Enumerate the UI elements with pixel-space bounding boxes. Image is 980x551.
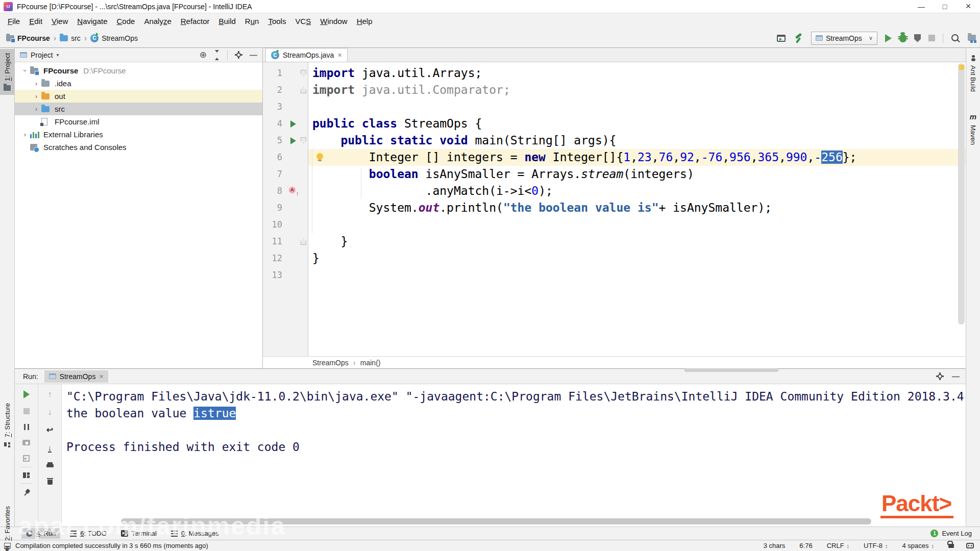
layout-settings-icon[interactable] [23, 472, 30, 478]
tree-chevron-icon[interactable]: › [21, 66, 29, 76]
toolwindow-stripe-structure[interactable]: 7: Structure [0, 399, 14, 452]
console-line[interactable]: Process finished with exit code 0 [66, 439, 966, 456]
code-line[interactable]: 10 [263, 216, 966, 233]
fold-marker-icon[interactable] [301, 70, 306, 77]
code-text[interactable]: Integer [] integers = new Integer[]{1,23… [308, 149, 966, 166]
locate-file-icon[interactable]: ⊕ [200, 51, 207, 59]
maximize-button[interactable]: □ [933, 0, 957, 13]
rerun-button[interactable] [23, 390, 30, 398]
code-text[interactable]: import java.util.Comparator; [308, 82, 966, 98]
collapse-all-icon[interactable] [214, 52, 220, 59]
run-anything-icon[interactable] [777, 35, 786, 42]
minimize-button[interactable]: — [910, 0, 933, 13]
menu-item-build[interactable]: Build [214, 15, 240, 28]
toolwindow-stripe-project[interactable]: 1: Project [0, 49, 14, 95]
fold-marker-icon[interactable] [301, 87, 306, 93]
tree-chevron-icon[interactable]: › [31, 92, 41, 100]
editor-horizontal-scrollbar[interactable] [684, 368, 778, 372]
code-text[interactable]: } [308, 250, 966, 267]
menu-item-help[interactable]: Help [352, 15, 377, 28]
code-text[interactable]: public static void main(String[] args){ [308, 132, 966, 149]
editor-vertical-scrollbar[interactable] [958, 63, 965, 324]
run-tab-streamops[interactable]: StreamOps × [44, 370, 108, 383]
breadcrumb-item-fpcourse[interactable]: FPcourse [6, 34, 50, 42]
toolwindow-stripe-maven[interactable]: m Maven [966, 108, 980, 149]
chevron-down-icon[interactable]: ▾ [57, 52, 59, 58]
event-log-widget[interactable]: 1 Event Log [930, 530, 972, 537]
menu-item-file[interactable]: File [3, 15, 24, 28]
menu-item-vcs[interactable]: VCS [290, 15, 315, 28]
gear-icon[interactable] [936, 372, 944, 380]
console-line[interactable]: "C:\Program Files\Java\jdk-11.0.2\bin\ja… [66, 388, 966, 405]
restore-layout-icon[interactable] [23, 455, 30, 462]
clear-all-icon[interactable] [47, 478, 53, 485]
tree-item-src[interactable]: ›src [15, 103, 262, 115]
build-project-icon[interactable] [793, 33, 803, 43]
breadcrumb-item-streamops[interactable]: CStreamOps [90, 34, 138, 42]
indent-selector[interactable]: 4 spaces ↕ [902, 542, 934, 549]
tree-item-external-libraries[interactable]: ›External Libraries [15, 128, 262, 141]
code-line[interactable]: 1import java.util.Arrays; [263, 65, 966, 82]
code-text[interactable]: import java.util.Arrays; [308, 65, 966, 82]
run-console[interactable]: "C:\Program Files\Java\jdk-11.0.2\bin\ja… [62, 384, 966, 527]
code-editor[interactable]: 1import java.util.Arrays;2import java.ut… [263, 62, 966, 356]
code-text[interactable]: boolean isAnySmaller = Arrays.stream(int… [308, 166, 966, 183]
unlock-icon[interactable] [948, 544, 954, 548]
pause-output-button[interactable] [24, 424, 29, 430]
close-button[interactable]: × [957, 0, 980, 13]
code-text[interactable] [308, 98, 966, 115]
code-line[interactable]: 9 System.out.println("the boolean value … [263, 199, 966, 216]
tree-item-fpcourse[interactable]: ›FPcourseD:\FPcourse [15, 64, 262, 77]
tree-item-fpcourse-iml[interactable]: FPcourse.iml [15, 115, 262, 128]
hide-panel-icon[interactable]: — [952, 372, 960, 381]
code-line[interactable]: 4public class StreamOps { [263, 115, 966, 132]
gear-icon[interactable] [235, 51, 242, 59]
editor-breadcrumb-item[interactable]: main() [360, 359, 381, 367]
close-tab-icon[interactable]: × [99, 372, 103, 381]
project-structure-icon[interactable] [968, 35, 977, 42]
intention-bulb-icon[interactable] [316, 153, 323, 160]
menu-item-run[interactable]: Run [240, 15, 264, 28]
close-tab-icon[interactable]: × [337, 51, 341, 59]
hide-panel-icon[interactable]: — [250, 51, 257, 59]
run-line-icon[interactable] [290, 120, 296, 128]
code-text[interactable]: System.out.println("the boolean value is… [308, 199, 966, 216]
print-icon[interactable] [46, 462, 54, 468]
code-text[interactable]: } [308, 233, 966, 250]
soft-wrap-icon[interactable]: ↩ [46, 426, 53, 434]
toolwindow-stripe-ant[interactable]: Ant Build [966, 51, 980, 96]
tree-chevron-icon[interactable]: › [31, 105, 41, 113]
run-configuration-select[interactable]: StreamOps ∨ [811, 32, 877, 45]
code-line[interactable]: 12} [263, 250, 966, 267]
run-button[interactable] [885, 34, 892, 42]
code-text[interactable] [308, 267, 966, 284]
breadcrumb-item-src[interactable]: src [60, 34, 81, 42]
fold-marker-icon[interactable] [301, 137, 306, 144]
code-line[interactable]: 13 [263, 267, 966, 284]
tree-item--idea[interactable]: ›.idea [15, 77, 262, 90]
search-everywhere-icon[interactable] [951, 34, 960, 43]
menu-item-edit[interactable]: Edit [24, 15, 47, 28]
console-line[interactable]: the boolean value istrue [66, 405, 966, 422]
thread-dump-icon[interactable] [22, 440, 30, 445]
editor-breadcrumb-item[interactable]: StreamOps [312, 359, 349, 367]
code-line[interactable]: 2import java.util.Comparator; [263, 82, 966, 98]
run-line-icon[interactable] [290, 137, 296, 144]
fold-marker-icon[interactable] [301, 238, 306, 245]
code-line[interactable]: 7 boolean isAnySmaller = Arrays.stream(i… [263, 166, 966, 183]
ide-updates-icon[interactable] [966, 543, 974, 548]
code-text[interactable]: .anyMatch(i->i<0); [308, 183, 966, 199]
tree-chevron-icon[interactable]: › [31, 80, 41, 87]
menu-item-window[interactable]: Window [315, 15, 352, 28]
down-stack-trace-icon[interactable]: ↓ [48, 408, 52, 416]
error-stripe-mark[interactable] [959, 65, 964, 70]
menu-item-tools[interactable]: Tools [263, 15, 290, 28]
console-line[interactable] [66, 422, 966, 439]
tree-item-out[interactable]: ›out [15, 90, 262, 103]
code-line[interactable]: 3 [263, 98, 966, 115]
up-stack-trace-icon[interactable]: ↑ [48, 390, 52, 398]
menu-item-refactor[interactable]: Refactor [176, 15, 214, 28]
code-line[interactable]: 6 Integer [] integers = new Integer[]{1,… [263, 149, 966, 166]
code-line[interactable]: 11 } [263, 233, 966, 250]
code-text[interactable]: public class StreamOps { [308, 115, 966, 132]
